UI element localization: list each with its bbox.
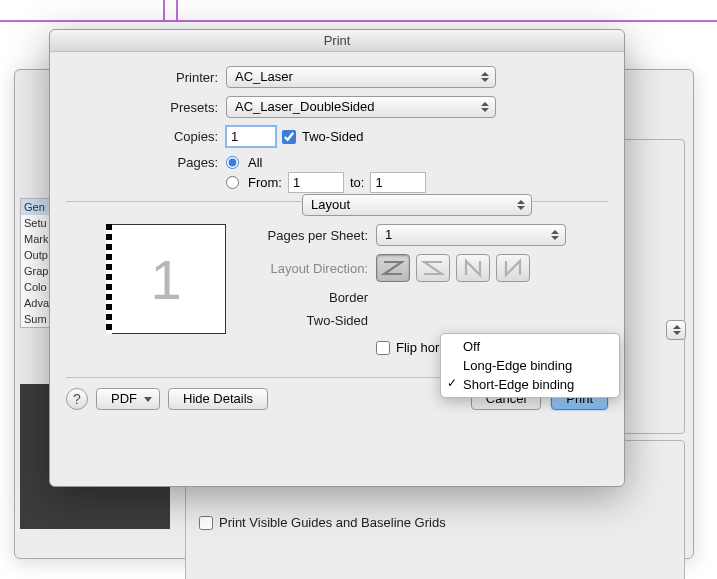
copies-label: Copies: <box>66 129 226 144</box>
pages-from-label: From: <box>248 175 282 190</box>
print-visible-guides-checkbox[interactable] <box>199 516 213 530</box>
checkbox-label: Print Visible Guides and Baseline Grids <box>219 515 446 530</box>
pages-per-sheet-popup[interactable]: 1 <box>376 224 566 246</box>
layout-direction-z-icon[interactable] <box>376 254 410 282</box>
pdf-menu-button[interactable]: PDF <box>96 388 160 410</box>
presets-label: Presets: <box>66 100 226 115</box>
menu-item-long-edge[interactable]: Long-Edge binding <box>441 356 619 375</box>
dialog-title: Print <box>50 30 624 52</box>
pages-to-input[interactable] <box>370 172 426 193</box>
pages-per-sheet-label: Pages per Sheet: <box>246 228 376 243</box>
help-button[interactable]: ? <box>66 388 88 410</box>
presets-popup[interactable]: AC_Laser_DoubleSided <box>226 96 496 118</box>
printer-label: Printer: <box>66 70 226 85</box>
layout-direction-s-icon[interactable] <box>416 254 450 282</box>
preview-page-number: 1 <box>150 247 181 312</box>
popup-arrows-icon <box>548 227 562 243</box>
pages-to-label: to: <box>350 175 364 190</box>
pages-all-radio[interactable] <box>226 156 239 169</box>
border-label: Border <box>246 290 376 305</box>
popup-arrows-icon <box>478 69 492 85</box>
binding-edge-icon <box>106 224 112 334</box>
pages-all-label: All <box>248 155 262 170</box>
section-popup[interactable]: Layout <box>302 194 532 216</box>
printer-value: AC_Laser <box>235 69 293 84</box>
two-sided-label: Two-Sided <box>302 129 363 144</box>
layout-direction-label: Layout Direction: <box>246 261 376 276</box>
presets-value: AC_Laser_DoubleSided <box>235 99 374 114</box>
dropdown-triangle-icon <box>144 397 152 402</box>
print-dialog: Print Printer: AC_Laser Presets: AC_Lase… <box>49 29 625 487</box>
popup-arrows-icon <box>514 197 528 213</box>
section-value: Layout <box>311 197 350 212</box>
hide-details-label: Hide Details <box>183 391 253 406</box>
flip-horizontally-checkbox[interactable] <box>376 341 390 355</box>
layout-direction-n2-icon[interactable] <box>496 254 530 282</box>
pdf-button-label: PDF <box>111 391 137 406</box>
guide-vertical <box>163 0 165 20</box>
guide-vertical <box>176 0 178 20</box>
hide-details-button[interactable]: Hide Details <box>168 388 268 410</box>
two-sided-menu[interactable]: Off Long-Edge binding Short-Edge binding <box>440 333 620 398</box>
layout-direction-n-icon[interactable] <box>456 254 490 282</box>
menu-item-short-edge[interactable]: Short-Edge binding <box>441 375 619 394</box>
printer-popup[interactable]: AC_Laser <box>226 66 496 88</box>
guide-horizontal <box>0 20 717 22</box>
two-sided-row-label: Two-Sided <box>246 313 376 328</box>
pages-from-radio[interactable] <box>226 176 239 189</box>
pages-per-sheet-value: 1 <box>385 227 392 242</box>
page-layout-preview: 1 <box>106 224 226 334</box>
popup-arrows-icon <box>478 99 492 115</box>
pages-from-input[interactable] <box>288 172 344 193</box>
copies-input[interactable] <box>226 126 276 147</box>
background-checkbox-row: Print Visible Guides and Baseline Grids <box>199 515 446 530</box>
two-sided-checkbox[interactable] <box>282 130 296 144</box>
background-popup[interactable] <box>666 320 686 340</box>
pages-label: Pages: <box>66 155 226 170</box>
menu-item-off[interactable]: Off <box>441 337 619 356</box>
